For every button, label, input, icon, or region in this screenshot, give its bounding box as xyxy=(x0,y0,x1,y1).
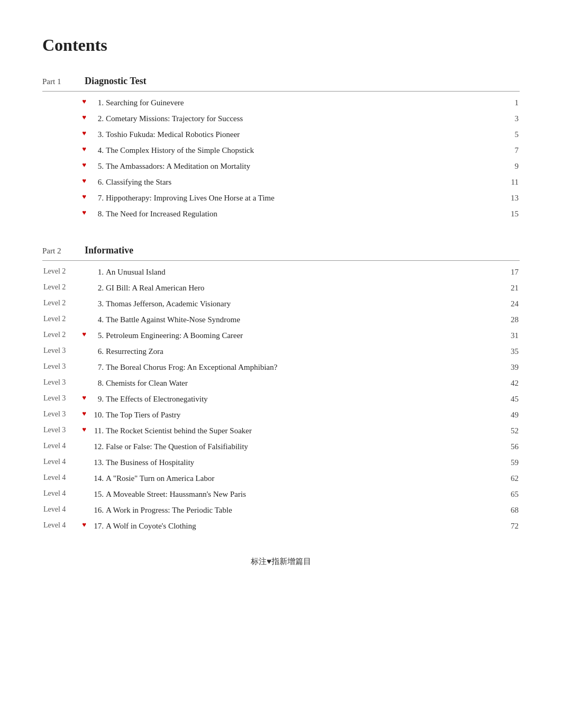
col-title: The Business of Hospitality xyxy=(105,454,498,470)
col-heart: ♥ xyxy=(79,423,89,439)
table-row: Level 3 6. Resurrecting Zora 35 xyxy=(42,343,520,359)
col-title: Hippotherapy: Improving Lives One Horse … xyxy=(105,190,498,206)
col-level: Level 2 xyxy=(42,296,79,312)
col-page: 35 xyxy=(498,343,520,359)
col-level: Level 2 xyxy=(42,312,79,327)
col-heart xyxy=(79,312,89,327)
col-page: 3 xyxy=(498,111,520,126)
col-num: 3. xyxy=(89,126,105,142)
col-level-empty xyxy=(42,174,79,190)
col-heart: ♥ xyxy=(79,190,89,206)
col-level: Level 2 xyxy=(42,280,79,296)
col-title: False or False: The Question of Falsifia… xyxy=(105,439,498,454)
col-level-empty xyxy=(42,142,79,158)
col-title: A Moveable Street: Haussmann's New Paris xyxy=(105,486,498,502)
col-page: 7 xyxy=(498,142,520,158)
col-num: 17. xyxy=(89,518,105,534)
col-level-empty xyxy=(42,190,79,206)
table-row: Level 2 1. An Unusual Island 17 xyxy=(42,264,520,280)
col-title: The Need for Increased Regulation xyxy=(105,206,498,222)
table-row: ♥ 1. Searching for Guinevere 1 xyxy=(42,95,520,111)
col-title: The Rocket Scientist behind the Super So… xyxy=(105,423,498,439)
heart-icon: ♥ xyxy=(82,145,86,153)
col-heart xyxy=(79,454,89,470)
col-page: 28 xyxy=(498,312,520,327)
col-num: 11. xyxy=(89,423,105,439)
col-title: An Unusual Island xyxy=(105,264,498,280)
page-title: Contents xyxy=(42,32,520,59)
col-page: 52 xyxy=(498,423,520,439)
col-heart: ♥ xyxy=(79,142,89,158)
heart-icon: ♥ xyxy=(82,97,86,105)
col-num: 4. xyxy=(89,312,105,327)
col-num: 6. xyxy=(89,174,105,190)
col-page: 17 xyxy=(498,264,520,280)
col-num: 15. xyxy=(89,486,105,502)
col-heart xyxy=(79,470,89,486)
col-level: Level 2 xyxy=(42,327,79,343)
col-level: Level 3 xyxy=(42,375,79,391)
heart-icon: ♥ xyxy=(82,410,86,417)
col-page: 1 xyxy=(498,95,520,111)
col-heart xyxy=(79,296,89,312)
col-heart xyxy=(79,264,89,280)
col-title: Chemists for Clean Water xyxy=(105,375,498,391)
col-page: 13 xyxy=(498,190,520,206)
table-row: Level 3 ♥ 11. The Rocket Scientist behin… xyxy=(42,423,520,439)
table-row: Level 3 7. The Boreal Chorus Frog: An Ex… xyxy=(42,359,520,375)
col-page: 5 xyxy=(498,126,520,142)
col-title: A Work in Progress: The Periodic Table xyxy=(105,502,498,518)
table-row: Level 4 16. A Work in Progress: The Peri… xyxy=(42,502,520,518)
table-row: Level 4 15. A Moveable Street: Haussmann… xyxy=(42,486,520,502)
col-heart: ♥ xyxy=(79,407,89,423)
col-level: Level 3 xyxy=(42,343,79,359)
col-page: 62 xyxy=(498,470,520,486)
table-row: Level 4 14. A "Rosie" Turn on America La… xyxy=(42,470,520,486)
col-level: Level 3 xyxy=(42,391,79,407)
col-page: 56 xyxy=(498,439,520,454)
col-page: 21 xyxy=(498,280,520,296)
col-page: 24 xyxy=(498,296,520,312)
col-page: 42 xyxy=(498,375,520,391)
col-level: Level 3 xyxy=(42,423,79,439)
heart-icon: ♥ xyxy=(82,129,86,137)
col-num: 1. xyxy=(89,264,105,280)
col-num: 2. xyxy=(89,111,105,126)
col-heart: ♥ xyxy=(79,518,89,534)
col-num: 14. xyxy=(89,470,105,486)
heart-icon: ♥ xyxy=(82,193,86,201)
col-title: Petroleum Engineering: A Booming Career xyxy=(105,327,498,343)
col-heart xyxy=(79,343,89,359)
table-row: Level 4 12. False or False: The Question… xyxy=(42,439,520,454)
col-page: 72 xyxy=(498,518,520,534)
col-level: Level 4 xyxy=(42,502,79,518)
col-heart xyxy=(79,439,89,454)
col-num: 4. xyxy=(89,142,105,158)
table-row: Level 2 ♥ 5. Petroleum Engineering: A Bo… xyxy=(42,327,520,343)
col-page: 39 xyxy=(498,359,520,375)
col-num: 7. xyxy=(89,359,105,375)
col-page: 49 xyxy=(498,407,520,423)
footnote: 标注♥指新增篇目 xyxy=(42,555,520,568)
part2-name: Informative xyxy=(85,243,133,258)
heart-icon: ♥ xyxy=(82,177,86,185)
col-title: A "Rosie" Turn on America Labor xyxy=(105,470,498,486)
part2-header: Part 2 Informative xyxy=(42,243,520,261)
heart-icon: ♥ xyxy=(82,330,86,338)
part1-toc-table: ♥ 1. Searching for Guinevere 1 ♥ 2. Come… xyxy=(42,95,520,222)
table-row: Level 2 3. Thomas Jefferson, Academic Vi… xyxy=(42,296,520,312)
col-heart xyxy=(79,486,89,502)
col-heart: ♥ xyxy=(79,327,89,343)
part1-header: Part 1 Diagnostic Test xyxy=(42,74,520,92)
col-heart xyxy=(79,280,89,296)
col-page: 45 xyxy=(498,391,520,407)
col-num: 9. xyxy=(89,391,105,407)
col-heart xyxy=(79,359,89,375)
table-row: Level 2 2. GI Bill: A Real American Hero… xyxy=(42,280,520,296)
table-row: ♥ 5. The Ambassadors: A Meditation on Mo… xyxy=(42,158,520,174)
col-level: Level 4 xyxy=(42,439,79,454)
col-title: Searching for Guinevere xyxy=(105,95,498,111)
table-row: ♥ 6. Classifying the Stars 11 xyxy=(42,174,520,190)
table-row: Level 4 ♥ 17. A Wolf in Coyote's Clothin… xyxy=(42,518,520,534)
col-num: 5. xyxy=(89,158,105,174)
